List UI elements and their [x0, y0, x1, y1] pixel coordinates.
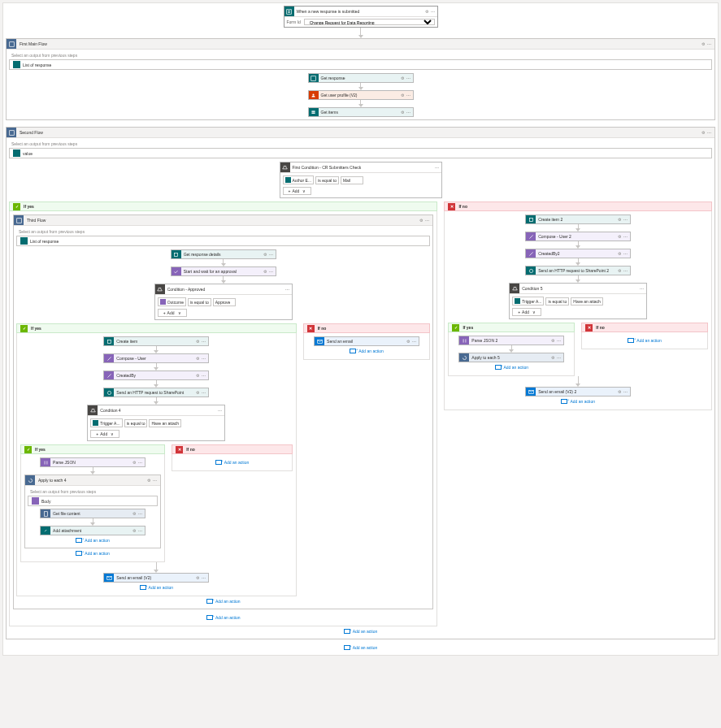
gear-icon[interactable]: ⚙ [401, 93, 404, 98]
svg-rect-16 [529, 218, 532, 221]
gear-icon[interactable]: ⚙ [263, 252, 267, 257]
svg-rect-13 [44, 511, 47, 516]
action-add-attachment[interactable]: Add attachment⚙⋯ [40, 526, 146, 535]
branch-yes[interactable]: ✓If yes [16, 323, 297, 333]
condition-approved[interactable]: Condition - Approved ⋯ Outcome is equal … [154, 284, 293, 320]
add-action-link[interactable]: Add an action [176, 457, 289, 467]
apply-to-each-5[interactable]: Apply to each 5⚙⋯ [458, 353, 564, 362]
more-icon[interactable]: ⋯ [435, 165, 439, 170]
token-icon [13, 61, 20, 68]
cond-rhs[interactable]: Mail [341, 176, 363, 184]
add-row-button[interactable]: Add∨ [283, 187, 312, 195]
action-compose-user-2[interactable]: Compose - User 2⚙⋯ [525, 232, 631, 241]
action-createdby-2[interactable]: CreatedBy2⚙⋯ [525, 249, 631, 258]
gear-icon[interactable]: ⚙ [701, 41, 705, 46]
form-select[interactable]: Change Request for Data Reporting [304, 19, 435, 25]
more-icon[interactable]: ⋯ [707, 41, 711, 46]
trigger-card[interactable]: When a new response is submitted ⚙ ⋯ For… [284, 6, 438, 28]
action-get-items[interactable]: Get items ⚙⋯ [308, 107, 414, 117]
action-createdby[interactable]: CreatedBy⚙⋯ [103, 370, 209, 380]
add-row-button[interactable]: Add∨ [90, 430, 119, 438]
cond-lhs[interactable]: Author E... [283, 176, 315, 184]
param-label: Form Id [287, 20, 301, 24]
check-icon: ✓ [13, 203, 20, 210]
loop-input[interactable]: List of response [16, 236, 430, 246]
action-get-user-profile[interactable]: Get user profile (V2) ⚙⋯ [308, 90, 414, 100]
condition-icon [280, 162, 290, 172]
add-action-link[interactable]: Add an action [350, 346, 384, 356]
cond-op[interactable]: is equal to [188, 298, 211, 306]
add-action-link[interactable]: Add an action [495, 362, 529, 372]
add-action-link[interactable]: Add an action [585, 336, 704, 345]
add-row-button[interactable]: Add∨ [512, 308, 541, 316]
gear-icon[interactable]: ⚙ [701, 130, 705, 135]
cond-rhs[interactable]: Approve [213, 298, 236, 306]
action-send-email-no[interactable]: Send an email⚙⋯ [314, 336, 419, 346]
add-action-link[interactable]: Add an action [76, 548, 110, 558]
more-icon[interactable]: ⋯ [406, 76, 410, 80]
branch-yes[interactable]: ✓ If yes [9, 202, 437, 211]
condition-4[interactable]: Condition 4⋯ Trigger A... is equal to Ha… [87, 405, 225, 441]
more-icon[interactable]: ⋯ [269, 252, 273, 257]
action-send-email[interactable]: Send an email (V2)⚙⋯ [103, 573, 209, 583]
svg-rect-7 [311, 112, 315, 113]
cond-op[interactable]: is equal to [315, 176, 339, 184]
loop-input[interactable]: List of response [9, 59, 712, 70]
add-row-button[interactable]: Add∨ [158, 309, 187, 317]
action-parse-json-2[interactable]: Parse JSON 2⚙⋯ [458, 336, 564, 345]
condition-cr-submitters-check[interactable]: First Condition - CR Submitters Check ⋯ … [280, 162, 442, 198]
condition-icon [155, 284, 165, 294]
gear-icon[interactable]: ⚙ [401, 110, 404, 115]
svg-point-12 [107, 391, 111, 394]
branch-no[interactable]: ✕If no [444, 202, 712, 211]
more-icon[interactable]: ⋯ [425, 218, 429, 223]
svg-rect-2 [288, 11, 290, 12]
gear-icon[interactable]: ⚙ [419, 218, 423, 223]
helper-text: Select an output from previous steps [9, 52, 712, 59]
action-get-file-content[interactable]: Get file content⚙⋯ [40, 509, 146, 518]
svg-point-5 [312, 93, 314, 95]
scope-first-main-flow[interactable]: First Main Flow ⚙⋯ Select an output from… [6, 38, 715, 120]
branch-no[interactable]: ✕If no [303, 323, 431, 333]
more-icon[interactable]: ⋯ [406, 93, 410, 98]
scope-third-flow[interactable]: Third Flow ⚙⋯ Select an output from prev… [13, 214, 433, 609]
more-icon[interactable]: ⋯ [431, 9, 435, 14]
add-action-link[interactable]: Add an action [561, 396, 595, 406]
more-icon[interactable]: ⋯ [707, 130, 711, 135]
cond-lhs[interactable]: Outcome [158, 297, 186, 306]
action-http-sp-2[interactable]: Send an HTTP request to SharePoint 2⚙⋯ [525, 266, 631, 275]
add-action-link[interactable]: Add an action [9, 626, 712, 636]
loop-input[interactable]: value [9, 148, 712, 158]
action-send-email-2[interactable]: Send an email (V2) 2⚙⋯ [525, 387, 631, 396]
gear-icon[interactable]: ⚙ [425, 9, 428, 14]
scope-second-flow[interactable]: Second Flow ⚙⋯ Select an output from pre… [6, 127, 715, 639]
action-get-response[interactable]: Get response ⚙⋯ [308, 73, 414, 83]
more-icon[interactable]: ⋯ [406, 110, 410, 115]
action-create-item-2[interactable]: Create item 2⚙⋯ [525, 214, 631, 224]
helper-text: Select an output from previous steps [9, 141, 712, 148]
action-http-sp[interactable]: Send an HTTP request to SharePoint⚙⋯ [103, 388, 209, 397]
forms-icon [284, 6, 294, 16]
action-compose-user[interactable]: Compose - User⚙⋯ [103, 353, 209, 363]
gear-icon[interactable]: ⚙ [263, 269, 267, 274]
svg-rect-6 [311, 110, 315, 111]
action-start-wait-approval[interactable]: Start and wait for an approval ⚙⋯ [171, 266, 276, 276]
scope-icon [7, 128, 16, 137]
add-action-link[interactable]: Add an action [140, 583, 174, 592]
svg-point-17 [529, 269, 532, 272]
add-action-link[interactable]: Add an action [28, 535, 158, 545]
add-action-link[interactable]: Add an action [16, 596, 430, 606]
action-get-response-details[interactable]: Get response details ⚙⋯ [171, 249, 276, 259]
gear-icon[interactable]: ⚙ [401, 76, 404, 80]
more-icon[interactable]: ⋯ [269, 269, 273, 274]
scope-title: Second Flow [16, 130, 698, 135]
svg-rect-3 [9, 41, 14, 46]
action-create-item[interactable]: Create item⚙⋯ [103, 336, 209, 346]
add-action-link[interactable]: Add an action [6, 643, 715, 652]
more-icon[interactable]: ⋯ [285, 287, 289, 292]
condition-5[interactable]: Condition 5⋯ Trigger A... is equal to Ha… [509, 283, 647, 319]
svg-rect-1 [288, 11, 290, 11]
action-parse-json[interactable]: Parse JSON⚙⋯ [40, 457, 146, 467]
add-action-link[interactable]: Add an action [13, 613, 433, 622]
apply-to-each-4[interactable]: Apply to each 4⚙⋯ Select an output from … [24, 474, 161, 548]
